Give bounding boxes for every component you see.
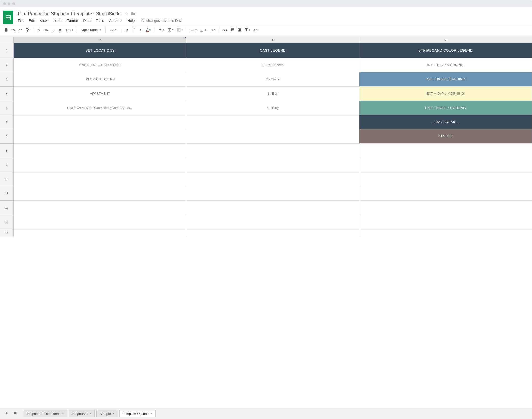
print-icon[interactable] — [3, 26, 9, 33]
fill-color-icon[interactable]: ▼ — [157, 26, 166, 33]
text-color-icon[interactable]: A ▼ — [145, 26, 152, 33]
h-align-icon[interactable]: ▼ — [190, 26, 198, 33]
window-min-dot[interactable] — [8, 2, 10, 5]
paint-format-icon[interactable] — [24, 26, 31, 33]
format-123[interactable]: 123 ▼ — [64, 26, 75, 33]
menu-data[interactable]: Data — [83, 19, 91, 23]
format-percent[interactable]: % — [43, 26, 49, 33]
menu-help[interactable]: Help — [128, 19, 135, 23]
font-selector[interactable]: Open Sans▼ — [80, 26, 103, 33]
svg-rect-18 — [240, 29, 241, 31]
insert-comment-icon[interactable] — [229, 26, 236, 33]
toolbar: $ % .0← .00→ 123 ▼ Open Sans▼ 10▼ B I S … — [0, 25, 532, 35]
folder-icon[interactable] — [131, 12, 135, 16]
svg-rect-17 — [239, 29, 240, 31]
format-currency[interactable]: $ — [36, 26, 42, 33]
menu-insert[interactable]: Insert — [53, 19, 62, 23]
sheets-logo[interactable] — [3, 11, 13, 24]
window-chrome — [0, 0, 532, 7]
menu-view[interactable]: View — [40, 19, 48, 23]
star-icon[interactable]: ☆ — [125, 11, 128, 16]
italic-icon[interactable]: I — [131, 26, 137, 33]
menu-file[interactable]: File — [18, 19, 24, 23]
increase-decimal-icon[interactable]: .00→ — [57, 26, 63, 33]
filter-icon[interactable]: ▼ — [244, 26, 252, 33]
document-title[interactable]: Film Production Stripboard Template - St… — [18, 11, 122, 17]
insert-link-icon[interactable] — [222, 26, 228, 33]
bold-icon[interactable]: B — [124, 26, 130, 33]
merge-cells-icon[interactable]: ▼ — [176, 26, 184, 33]
functions-icon[interactable]: Σ ▼ — [253, 26, 259, 33]
menu-format[interactable]: Format — [67, 19, 78, 23]
undo-icon[interactable] — [10, 26, 16, 33]
window-close-dot[interactable] — [3, 2, 6, 5]
menu-addons[interactable]: Add-ons — [109, 19, 122, 23]
insert-chart-icon[interactable] — [237, 26, 243, 33]
menu-tools[interactable]: Tools — [96, 19, 104, 23]
window-max-dot[interactable] — [12, 2, 15, 5]
svg-rect-16 — [239, 30, 239, 31]
menu-bar: File Edit View Insert Format Data Tools … — [18, 18, 529, 25]
font-size[interactable]: 10▼ — [108, 26, 118, 33]
menu-edit[interactable]: Edit — [29, 19, 35, 23]
borders-icon[interactable]: ▼ — [167, 26, 175, 33]
redo-icon[interactable] — [17, 26, 23, 33]
save-status: All changes saved in Drive — [141, 19, 183, 23]
v-align-icon[interactable]: ▼ — [199, 26, 208, 33]
strikethrough-icon[interactable]: S — [138, 26, 144, 33]
decrease-decimal-icon[interactable]: .0← — [50, 26, 56, 33]
text-wrap-icon[interactable]: ▼ — [209, 26, 217, 33]
header: Film Production Stripboard Template - St… — [0, 7, 532, 35]
